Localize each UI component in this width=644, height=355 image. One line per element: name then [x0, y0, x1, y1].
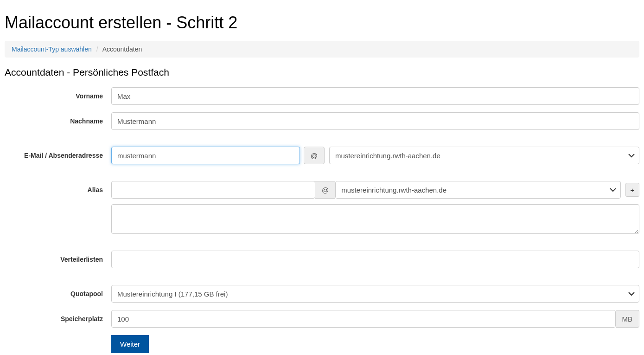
- alias-domain-select[interactable]: mustereinrichtung.rwth-aachen.de: [335, 181, 621, 199]
- email-domain-select[interactable]: mustereinrichtung.rwth-aachen.de: [329, 147, 639, 164]
- quotapool-select[interactable]: Mustereinrichtung I (177,15 GB frei): [111, 285, 639, 303]
- breadcrumb-active: Accountdaten: [102, 45, 142, 53]
- label-verteilerlisten: Verteilerlisten: [60, 256, 103, 263]
- row-speicherplatz: Speicherplatz MB: [5, 310, 639, 328]
- label-speicherplatz: Speicherplatz: [61, 315, 103, 323]
- email-localpart-field[interactable]: [111, 147, 300, 164]
- row-email: E-Mail / Absenderadresse @ mustereinrich…: [5, 147, 639, 164]
- breadcrumb: Mailaccount-Typ auswählen / Accountdaten: [5, 41, 639, 58]
- weiter-button[interactable]: Weiter: [111, 335, 149, 353]
- label-quotapool: Quotapool: [70, 290, 103, 297]
- breadcrumb-separator: /: [94, 45, 101, 53]
- label-email: E-Mail / Absenderadresse: [24, 152, 103, 159]
- section-heading: Accountdaten - Persönliches Postfach: [5, 67, 639, 78]
- vorname-field[interactable]: [111, 87, 639, 105]
- row-vorname: Vorname: [5, 87, 639, 105]
- alias-list-textarea[interactable]: [111, 204, 639, 234]
- row-submit: Weiter: [5, 335, 639, 353]
- row-quotapool: Quotapool Mustereinrichtung I (177,15 GB…: [5, 285, 639, 303]
- alias-localpart-field[interactable]: [111, 181, 315, 199]
- label-nachname: Nachname: [70, 117, 103, 125]
- row-nachname: Nachname: [5, 112, 639, 130]
- at-sign-addon: @: [315, 181, 335, 199]
- verteilerlisten-field[interactable]: [111, 251, 639, 268]
- page-title: Mailaccount erstellen - Schritt 2: [5, 13, 639, 32]
- at-sign-addon: @: [304, 147, 325, 164]
- row-alias: Alias @ mustereinrichtung.rwth-aachen.de: [5, 181, 639, 234]
- add-alias-button[interactable]: +: [625, 183, 639, 197]
- speicherplatz-field[interactable]: [111, 310, 616, 328]
- nachname-field[interactable]: [111, 112, 639, 130]
- label-vorname: Vorname: [76, 92, 103, 100]
- label-alias: Alias: [88, 186, 103, 194]
- breadcrumb-link-mailaccount-typ[interactable]: Mailaccount-Typ auswählen: [12, 45, 92, 53]
- mb-addon: MB: [616, 310, 640, 328]
- row-verteilerlisten: Verteilerlisten: [5, 251, 639, 268]
